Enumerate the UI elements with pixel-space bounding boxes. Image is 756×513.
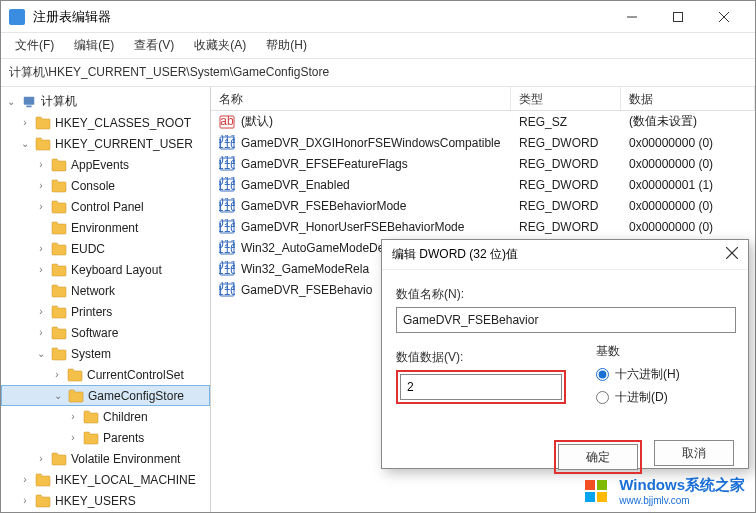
radix-label: 基数 — [596, 343, 680, 360]
value-type: REG_DWORD — [511, 178, 621, 192]
tree-hkcc[interactable]: ›HKEY_CURRENT_CONFIG — [1, 511, 210, 512]
registry-editor-window: 注册表编辑器 文件(F) 编辑(E) 查看(V) 收藏夹(A) 帮助(H) 计算… — [0, 0, 756, 513]
minimize-button[interactable] — [609, 1, 655, 33]
tree-hklm[interactable]: ›HKEY_LOCAL_MACHINE — [1, 469, 210, 490]
radio-hex[interactable]: 十六进制(H) — [596, 366, 680, 383]
tree-controlpanel[interactable]: ›Control Panel — [1, 196, 210, 217]
value-input-highlight — [396, 370, 566, 404]
value-data: (数值未设置) — [621, 113, 755, 130]
reg-bin-icon — [219, 198, 235, 214]
value-name: GameDVR_Enabled — [241, 178, 350, 192]
value-row[interactable]: GameDVR_EnabledREG_DWORD0x00000001 (1) — [211, 174, 755, 195]
tree-parents[interactable]: ›Parents — [1, 427, 210, 448]
maximize-button[interactable] — [655, 1, 701, 33]
value-row[interactable]: (默认)REG_SZ(数值未设置) — [211, 111, 755, 132]
windows-logo-icon — [583, 478, 613, 504]
svg-rect-13 — [585, 480, 595, 490]
col-type[interactable]: 类型 — [511, 87, 621, 110]
value-name: GameDVR_HonorUserFSEBehaviorMode — [241, 220, 464, 234]
value-input[interactable] — [400, 374, 562, 400]
menu-favorites[interactable]: 收藏夹(A) — [184, 33, 256, 58]
reg-bin-icon — [219, 135, 235, 151]
reg-bin-icon — [219, 240, 235, 256]
tree-eudc[interactable]: ›EUDC — [1, 238, 210, 259]
value-row[interactable]: GameDVR_FSEBehaviorModeREG_DWORD0x000000… — [211, 195, 755, 216]
list-header: 名称 类型 数据 — [211, 87, 755, 111]
edit-dword-dialog: 编辑 DWORD (32 位)值 数值名称(N): 数值数据(V): 基数 十六… — [381, 239, 749, 469]
tree-hkcr[interactable]: ›HKEY_CLASSES_ROOT — [1, 112, 210, 133]
value-data: 0x00000000 (0) — [621, 199, 755, 213]
svg-rect-8 — [674, 12, 683, 21]
window-title: 注册表编辑器 — [33, 8, 609, 26]
reg-bin-icon — [219, 219, 235, 235]
dialog-title: 编辑 DWORD (32 位)值 — [392, 246, 518, 263]
titlebar: 注册表编辑器 — [1, 1, 755, 33]
radio-dec[interactable]: 十进制(D) — [596, 389, 680, 406]
value-type: REG_DWORD — [511, 220, 621, 234]
app-icon — [9, 9, 25, 25]
tree-printers[interactable]: ›Printers — [1, 301, 210, 322]
value-data: 0x00000000 (0) — [621, 157, 755, 171]
value-name: GameDVR_FSEBehaviorMode — [241, 199, 406, 213]
menu-edit[interactable]: 编辑(E) — [64, 33, 124, 58]
value-name: GameDVR_FSEBehavio — [241, 283, 372, 297]
tree-keyboard[interactable]: ›Keyboard Layout — [1, 259, 210, 280]
menu-file[interactable]: 文件(F) — [5, 33, 64, 58]
dialog-titlebar: 编辑 DWORD (32 位)值 — [382, 240, 748, 270]
tree-console[interactable]: ›Console — [1, 175, 210, 196]
tree-gameconfigstore[interactable]: ⌄GameConfigStore — [1, 385, 210, 406]
value-label: 数值数据(V): — [396, 349, 566, 366]
value-data: 0x00000001 (1) — [621, 178, 755, 192]
col-data[interactable]: 数据 — [621, 87, 755, 110]
menu-view[interactable]: 查看(V) — [124, 33, 184, 58]
watermark-text: Windows系统之家 — [619, 476, 745, 495]
tree-hkcu[interactable]: ⌄HKEY_CURRENT_USER — [1, 133, 210, 154]
value-name: GameDVR_EFSEFeatureFlags — [241, 157, 408, 171]
value-type: REG_SZ — [511, 115, 621, 129]
reg-bin-icon — [219, 261, 235, 277]
watermark-url: www.bjjmlv.com — [619, 495, 745, 506]
col-name[interactable]: 名称 — [211, 87, 511, 110]
address-text: 计算机\HKEY_CURRENT_USER\System\GameConfigS… — [9, 64, 329, 81]
name-input[interactable] — [396, 307, 736, 333]
value-type: REG_DWORD — [511, 136, 621, 150]
ok-highlight: 确定 — [554, 440, 642, 474]
radio-hex-input[interactable] — [596, 368, 609, 381]
name-label: 数值名称(N): — [396, 286, 734, 303]
tree-hku[interactable]: ›HKEY_USERS — [1, 490, 210, 511]
menu-help[interactable]: 帮助(H) — [256, 33, 317, 58]
menubar: 文件(F) 编辑(E) 查看(V) 收藏夹(A) 帮助(H) — [1, 33, 755, 59]
tree-volatile[interactable]: ›Volatile Environment — [1, 448, 210, 469]
tree-pane[interactable]: ⌄计算机 ›HKEY_CLASSES_ROOT ⌄HKEY_CURRENT_US… — [1, 87, 211, 512]
tree-system[interactable]: ⌄System — [1, 343, 210, 364]
tree-children[interactable]: ›Children — [1, 406, 210, 427]
close-button[interactable] — [701, 1, 747, 33]
tree-software[interactable]: ›Software — [1, 322, 210, 343]
ok-button[interactable]: 确定 — [558, 444, 638, 470]
reg-bin-icon — [219, 282, 235, 298]
value-row[interactable]: GameDVR_EFSEFeatureFlagsREG_DWORD0x00000… — [211, 153, 755, 174]
tree-appevents[interactable]: ›AppEvents — [1, 154, 210, 175]
svg-rect-15 — [585, 492, 595, 502]
tree-network[interactable]: Network — [1, 280, 210, 301]
value-row[interactable]: GameDVR_DXGIHonorFSEWindowsCompatibleREG… — [211, 132, 755, 153]
dialog-close-button[interactable] — [726, 247, 738, 262]
value-type: REG_DWORD — [511, 199, 621, 213]
value-data: 0x00000000 (0) — [621, 136, 755, 150]
tree-environment[interactable]: Environment — [1, 217, 210, 238]
value-type: REG_DWORD — [511, 157, 621, 171]
svg-rect-14 — [597, 480, 607, 490]
reg-str-icon — [219, 114, 235, 130]
cancel-button[interactable]: 取消 — [654, 440, 734, 466]
watermark: Windows系统之家 www.bjjmlv.com — [583, 476, 745, 506]
value-row[interactable]: GameDVR_HonorUserFSEBehaviorModeREG_DWOR… — [211, 216, 755, 237]
radio-dec-input[interactable] — [596, 391, 609, 404]
reg-bin-icon — [219, 177, 235, 193]
tree-currentcontrolset[interactable]: ›CurrentControlSet — [1, 364, 210, 385]
value-data: 0x00000000 (0) — [621, 220, 755, 234]
value-name: Win32_GameModeRela — [241, 262, 369, 276]
value-name: (默认) — [241, 113, 273, 130]
svg-rect-16 — [597, 492, 607, 502]
address-bar[interactable]: 计算机\HKEY_CURRENT_USER\System\GameConfigS… — [1, 59, 755, 87]
tree-root[interactable]: ⌄计算机 — [1, 91, 210, 112]
